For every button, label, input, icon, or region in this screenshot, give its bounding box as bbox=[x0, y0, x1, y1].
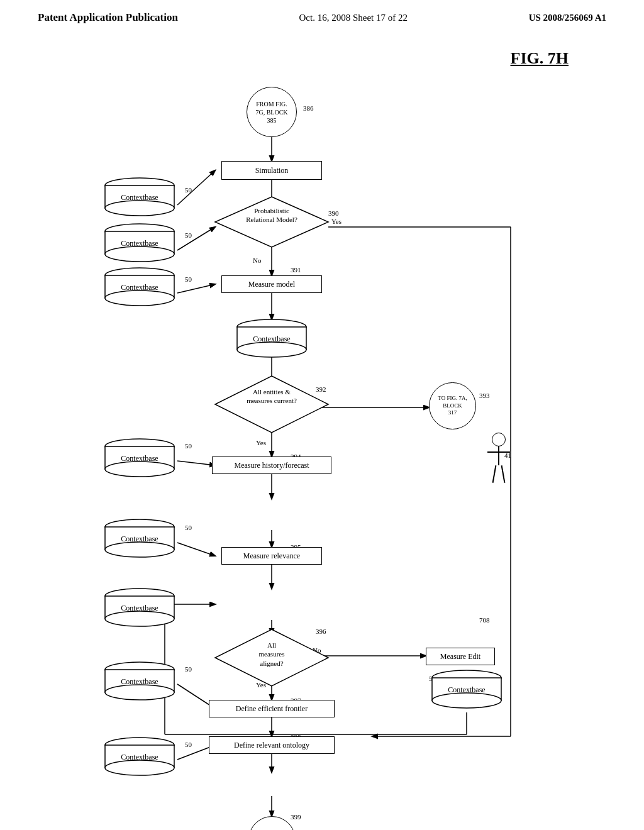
to-fig7a-circle: TO FIG. 7A, BLOCK 317 bbox=[429, 382, 476, 429]
svg-text:Contextbase: Contextbase bbox=[121, 239, 158, 248]
simulation-box: Simulation bbox=[221, 161, 322, 180]
svg-point-74 bbox=[237, 342, 306, 357]
publication-date: Oct. 16, 2008 Sheet 17 of 22 bbox=[299, 13, 408, 23]
svg-text:Contextbase: Contextbase bbox=[121, 193, 158, 202]
svg-text:Contextbase: Contextbase bbox=[253, 335, 290, 343]
diagram-area: Yes No No Yes No Yes 389 390 391 392 393… bbox=[39, 68, 605, 797]
diamond-392: All entities &measures current? bbox=[215, 376, 328, 433]
figure-title: FIG. 7H bbox=[0, 30, 644, 68]
svg-text:Contextbase: Contextbase bbox=[121, 534, 158, 543]
contextbase-cyl-8b: Contextbase bbox=[102, 738, 644, 830]
person-legs bbox=[494, 465, 504, 483]
person-leg-right bbox=[501, 465, 506, 483]
svg-point-83 bbox=[105, 542, 174, 557]
page-header: Patent Application Publication Oct. 16, … bbox=[0, 0, 644, 30]
svg-point-62 bbox=[105, 201, 174, 216]
svg-text:386: 386 bbox=[303, 104, 314, 112]
svg-text:Contextbase: Contextbase bbox=[121, 454, 158, 463]
person-arms bbox=[487, 451, 510, 453]
person-figure bbox=[492, 433, 506, 483]
publication-number: US 2008/256069 A1 bbox=[529, 13, 606, 23]
svg-text:Contextbase: Contextbase bbox=[121, 677, 158, 686]
from-fig-circle: FROM FIG. 7G, BLOCK 385 bbox=[247, 87, 297, 137]
svg-text:Contextbase: Contextbase bbox=[121, 753, 158, 761]
person-leg-left bbox=[492, 465, 497, 483]
person-head bbox=[492, 433, 506, 446]
svg-text:Contextbase: Contextbase bbox=[121, 604, 158, 612]
svg-text:Contextbase: Contextbase bbox=[121, 283, 158, 292]
svg-point-70 bbox=[105, 290, 174, 306]
svg-point-96 bbox=[105, 685, 174, 700]
svg-point-87 bbox=[105, 611, 174, 626]
svg-point-66 bbox=[105, 246, 174, 262]
publication-title: Patent Application Publication bbox=[38, 11, 178, 24]
svg-point-100 bbox=[105, 760, 174, 775]
person-body bbox=[498, 446, 499, 465]
svg-point-79 bbox=[105, 462, 174, 477]
